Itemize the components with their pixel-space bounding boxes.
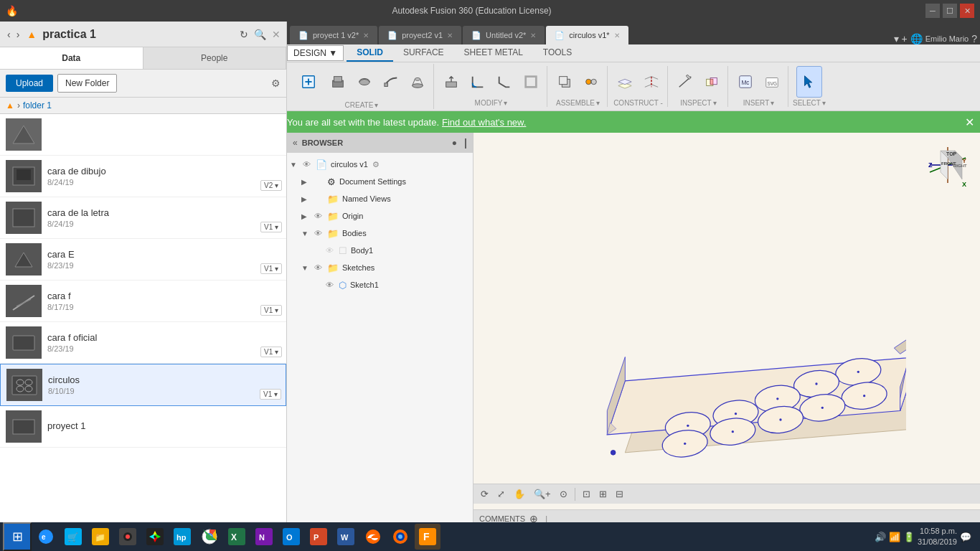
breadcrumb-folder[interactable]: folder 1 [23, 100, 52, 110]
new-tab-button[interactable]: + [902, 33, 908, 44]
browser-divider-button[interactable]: ● [452, 138, 457, 148]
tab-list-button[interactable]: ▾ [894, 33, 899, 44]
list-item[interactable]: cara f oficial 8/23/19 V1 ▾ [0, 322, 286, 364]
list-item[interactable]: cara de la letra 8/24/19 V1 ▾ [0, 197, 286, 239]
taskbar-app-fusion[interactable]: F [415, 524, 440, 550]
minimize-button[interactable]: ─ [925, 4, 940, 18]
insert-svg-button[interactable]: SVG [759, 66, 785, 98]
revolve-button[interactable] [352, 66, 377, 98]
taskbar-app-powerpoint[interactable]: P [306, 524, 331, 550]
tab-proyect1[interactable]: 📄 proyect 1 v2* ✕ [290, 26, 377, 44]
panel-close-button[interactable]: ✕ [272, 29, 281, 40]
shell-button[interactable] [518, 66, 544, 98]
offset-plane-button[interactable] [612, 66, 638, 98]
version-badge[interactable]: V1 ▾ [260, 347, 282, 357]
select-button[interactable] [796, 66, 822, 98]
taskbar-app-paint[interactable] [115, 524, 141, 550]
create-dropdown-icon[interactable]: ▾ [374, 101, 378, 109]
eye-icon[interactable]: 👁 [314, 229, 326, 237]
tab-untitled[interactable]: 📄 Untitled v2* ✕ [463, 26, 545, 44]
list-item[interactable]: cara f 8/17/19 V1 ▾ [0, 281, 286, 322]
extrude-button[interactable] [325, 66, 351, 98]
tab-circulos[interactable]: 📄 circulos v1* ✕ [546, 26, 628, 44]
eye-icon[interactable]: 👁 [326, 281, 337, 289]
insert-dropdown-icon[interactable]: ▾ [771, 99, 774, 107]
notification-close-button[interactable]: ✕ [965, 116, 974, 129]
list-item[interactable] [0, 114, 286, 156]
taskbar-app-chrome[interactable] [197, 524, 222, 550]
browser-collapse-button[interactable]: « [293, 138, 298, 148]
browser-pin-button[interactable]: | [464, 137, 467, 149]
upload-button[interactable]: Upload [6, 75, 53, 92]
tree-item-origin[interactable]: ▶ 👁 📁 Origin [287, 207, 473, 225]
search-button[interactable]: 🔍 [254, 29, 266, 40]
grid-button[interactable]: ⊞ [596, 487, 610, 501]
taskbar-app-hp[interactable]: hp [169, 524, 195, 550]
people-tab[interactable]: People [143, 47, 287, 69]
refresh-button[interactable]: ↻ [240, 29, 248, 40]
tree-item-bodies[interactable]: ▼ 👁 📁 Bodies [287, 225, 473, 242]
joint-button[interactable] [578, 66, 604, 98]
eye-icon[interactable]: 👁 [326, 246, 337, 255]
tab-close-icon[interactable]: ✕ [363, 32, 369, 39]
help-network-button[interactable]: 🌐 [910, 33, 923, 44]
assemble-dropdown-icon[interactable]: ▾ [596, 99, 600, 107]
start-button[interactable]: ⊞ [3, 522, 32, 551]
midplane-button[interactable] [639, 66, 664, 98]
eye-icon[interactable]: 👁 [314, 212, 326, 220]
taskbar-app-firefox[interactable] [387, 524, 413, 550]
insert-mcmaster-button[interactable]: Mc [732, 66, 758, 98]
tab-tools[interactable]: TOOLS [533, 44, 582, 62]
tab-close-icon[interactable]: ✕ [530, 32, 536, 39]
list-item[interactable]: cara E 8/23/19 V1 ▾ [0, 239, 286, 281]
tab-close-icon[interactable]: ✕ [447, 32, 453, 39]
list-item[interactable]: circulos 8/10/19 V1 ▾ [0, 364, 286, 406]
settings-gear-icon[interactable]: ⚙ [372, 160, 380, 169]
taskbar-clock[interactable]: 10:58 p.m. 31/08/2019 [918, 526, 957, 548]
tree-item-sketches[interactable]: ▼ 👁 📁 Sketches [287, 259, 473, 276]
version-badge[interactable]: V2 ▾ [260, 180, 282, 191]
zoom-in-button[interactable]: 🔍+ [531, 487, 554, 501]
hand-button[interactable]: ✋ [511, 487, 528, 501]
eye-icon[interactable]: 👁 [314, 263, 326, 272]
version-badge[interactable]: V1 ▾ [260, 389, 281, 400]
select-dropdown-icon[interactable]: ▾ [822, 99, 826, 107]
pan-button[interactable]: ⤢ [494, 487, 508, 501]
inspect-dropdown-icon[interactable]: ▾ [713, 99, 717, 107]
folder-settings-button[interactable]: ⚙ [271, 77, 281, 89]
view-cube[interactable]: TOP FRONT RIGHT Y X Z [923, 140, 973, 190]
tab-proyect2[interactable]: 📄 proyect2 v1 ✕ [379, 26, 461, 44]
viewport[interactable]: TOP FRONT RIGHT Y X Z [473, 133, 980, 527]
new-folder-button[interactable]: New Folder [57, 74, 117, 93]
notification-link[interactable]: Find out what's new. [442, 117, 526, 128]
tab-solid[interactable]: SOLID [347, 44, 393, 62]
taskbar-app-word[interactable]: W [333, 524, 359, 550]
zoom-fit-button[interactable]: ⊙ [557, 487, 570, 501]
version-badge[interactable]: V1 ▾ [260, 222, 282, 232]
close-button[interactable]: ✕ [960, 4, 974, 18]
taskbar-app-onenote[interactable]: N [251, 524, 277, 550]
fillet-button[interactable] [465, 66, 491, 98]
taskbar-app-pinwheel[interactable] [142, 524, 168, 550]
tab-surface[interactable]: SURFACE [393, 44, 454, 62]
nav-back-button[interactable]: ‹ [6, 27, 12, 42]
list-item[interactable]: proyect 1 [0, 406, 286, 448]
notification-center-icon[interactable]: 💬 [960, 532, 971, 542]
measure-button[interactable] [672, 66, 698, 98]
tree-item-named-views[interactable]: ▶ 📁 Named Views [287, 190, 473, 207]
create-sketch-button[interactable] [293, 64, 324, 100]
eye-icon[interactable]: 👁 [303, 160, 314, 169]
version-badge[interactable]: V1 ▾ [260, 305, 282, 316]
taskbar-app-store[interactable]: 🛒 [60, 524, 86, 550]
version-badge[interactable]: V1 ▾ [260, 263, 282, 274]
new-component-button[interactable] [552, 66, 578, 98]
sweep-button[interactable] [378, 66, 404, 98]
taskbar-app-outlook[interactable]: O [278, 524, 304, 550]
tree-item-root[interactable]: ▼ 👁 📄 circulos v1 ⚙ [287, 156, 473, 173]
tab-sheet-metal[interactable]: SHEET METAL [454, 44, 533, 62]
chamfer-button[interactable] [491, 66, 517, 98]
press-pull-button[interactable] [438, 66, 464, 98]
help-button[interactable]: ? [971, 33, 977, 44]
tree-item-doc-settings[interactable]: ▶ ⚙ Document Settings [287, 173, 473, 190]
tree-item-sketch1[interactable]: ▶ 👁 ⬡ Sketch1 [287, 276, 473, 293]
